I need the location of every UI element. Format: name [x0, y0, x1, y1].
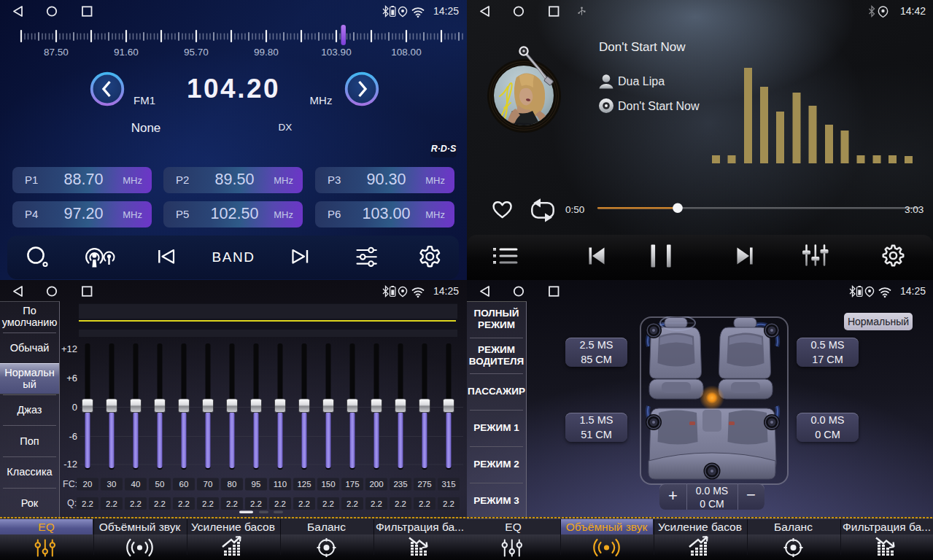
svg-text:2.2: 2.2	[250, 499, 262, 508]
svg-text:103.90: 103.90	[321, 47, 351, 58]
svg-text:2.2: 2.2	[154, 499, 166, 508]
svg-text:2.2: 2.2	[395, 499, 406, 508]
svg-text:2.2: 2.2	[130, 499, 142, 508]
svg-text:2.2: 2.2	[178, 499, 190, 508]
svg-text:60: 60	[179, 480, 189, 489]
svg-text:0:50: 0:50	[565, 204, 584, 215]
svg-text:125: 125	[297, 480, 311, 489]
svg-text:2.2: 2.2	[322, 499, 334, 508]
svg-text:70: 70	[204, 480, 213, 489]
svg-text:108.00: 108.00	[391, 47, 421, 58]
svg-text:FC:: FC:	[63, 479, 77, 489]
svg-text:2.2: 2.2	[371, 499, 382, 508]
svg-text:20: 20	[83, 480, 93, 489]
svg-text:Q:: Q:	[67, 498, 77, 508]
svg-text:275: 275	[417, 480, 431, 489]
svg-text:2.2: 2.2	[443, 499, 454, 508]
svg-text:110: 110	[274, 480, 287, 489]
svg-text:175: 175	[345, 480, 359, 489]
svg-text:2.2: 2.2	[347, 499, 358, 508]
svg-text:95.70: 95.70	[184, 47, 209, 58]
svg-text:99.80: 99.80	[254, 47, 279, 58]
svg-text:40: 40	[131, 480, 141, 489]
svg-text:2.2: 2.2	[298, 499, 310, 508]
svg-text:2.2: 2.2	[226, 499, 238, 508]
svg-text:91.60: 91.60	[114, 47, 139, 58]
svg-text:BAND: BAND	[212, 249, 255, 265]
svg-text:2.2: 2.2	[274, 499, 286, 508]
svg-text:3:03: 3:03	[905, 204, 924, 215]
svg-text:150: 150	[321, 480, 335, 489]
svg-text:95: 95	[252, 480, 261, 489]
svg-text:2.2: 2.2	[106, 499, 117, 508]
svg-text:235: 235	[393, 480, 407, 489]
svg-text:50: 50	[155, 480, 165, 489]
svg-text:80: 80	[228, 480, 237, 489]
svg-text:30: 30	[107, 480, 117, 489]
svg-text:2.2: 2.2	[419, 499, 430, 508]
svg-text:14:25: 14:25	[900, 285, 926, 297]
svg-text:2.2: 2.2	[82, 499, 93, 508]
svg-text:87.50: 87.50	[44, 47, 69, 58]
svg-text:200: 200	[369, 480, 383, 489]
svg-text:315: 315	[441, 480, 455, 489]
svg-text:2.2: 2.2	[202, 499, 214, 508]
